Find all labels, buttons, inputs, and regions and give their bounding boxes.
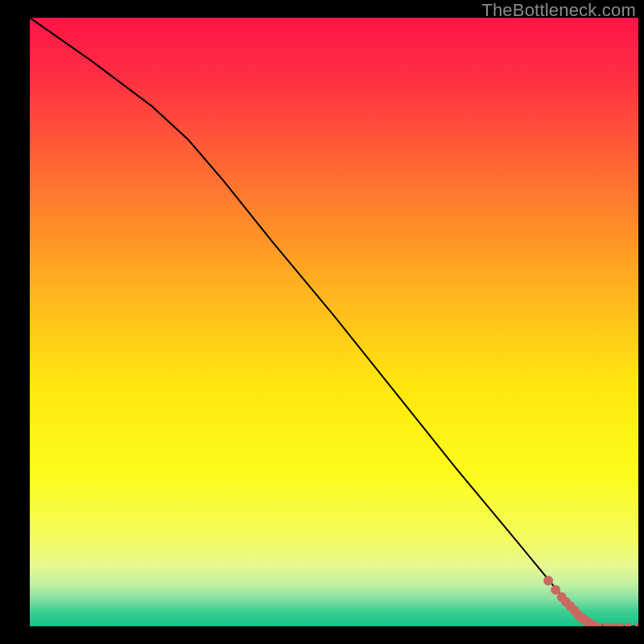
chart-svg <box>30 18 638 626</box>
chart-background <box>30 18 638 626</box>
data-point <box>543 576 553 585</box>
chart-frame: TheBottleneck.com <box>0 0 644 644</box>
chart-plot-area <box>30 18 638 626</box>
